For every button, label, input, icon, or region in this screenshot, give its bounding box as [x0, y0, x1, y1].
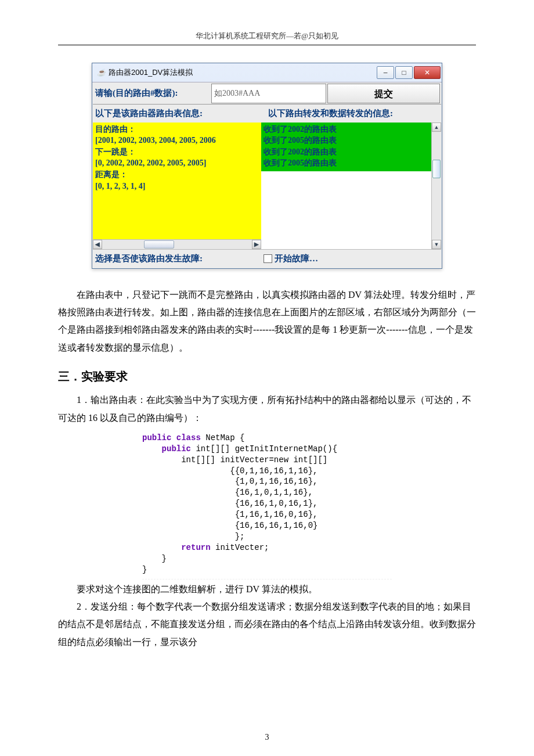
- log-line: 收到了2002的路由表: [264, 146, 430, 158]
- dist-values: [0, 1, 2, 3, 1, 4]: [95, 181, 259, 192]
- route-table-section-label: 以下是该路由器路由表信息:: [93, 105, 266, 123]
- dest-values: [2001, 2002, 2003, 2004, 2005, 2006: [95, 135, 259, 146]
- vertical-scrollbar[interactable]: ▲ ▼: [431, 123, 441, 249]
- forward-log-panel: 收到了2002的路由表 收到了2005的路由表 收到了2002的路由表 收到了2…: [261, 123, 441, 249]
- minimize-button[interactable]: –: [377, 66, 394, 79]
- section-heading: 三．实验要求: [58, 366, 476, 387]
- log-list: 收到了2002的路由表 收到了2005的路由表 收到了2002的路由表 收到了2…: [261, 123, 432, 171]
- log-line: 收到了2005的路由表: [264, 135, 430, 146]
- app-window: ☕ 路由器2001_DV算法模拟 – □ ✕ 请输(目的路由#数据): 如200…: [92, 63, 442, 268]
- log-line: 收到了2002的路由表: [264, 124, 430, 135]
- scroll-left-icon[interactable]: ◀: [93, 240, 102, 249]
- input-label: 请输(目的路由#数据):: [93, 83, 211, 104]
- dist-label: 距离是：: [95, 169, 259, 181]
- scroll-down-icon[interactable]: ▼: [432, 240, 441, 249]
- window-title: 路由器2001_DV算法模拟: [109, 66, 376, 79]
- page-number: 3: [0, 730, 534, 744]
- horizontal-scrollbar[interactable]: ◀ ▶: [93, 239, 261, 249]
- java-icon: ☕: [97, 69, 105, 77]
- fault-checkbox-group[interactable]: 开始故障…: [264, 251, 318, 267]
- destination-input[interactable]: 如2003#AAA: [211, 84, 326, 103]
- window-titlebar: ☕ 路由器2001_DV算法模拟 – □ ✕: [92, 63, 442, 81]
- code-snippet: public class NetMap { public int[][] get…: [142, 433, 392, 579]
- header-divider: [58, 45, 476, 45]
- forward-log-section-label: 以下路由转发和数据转发的信息:: [266, 105, 441, 123]
- paragraph: 要求对这个连接图的二维数组解析，进行 DV 算法的模拟。: [58, 581, 476, 598]
- doc-header: 华北计算机系统工程研究所—若@只如初见: [58, 29, 476, 42]
- dest-label: 目的路由：: [95, 124, 259, 135]
- v-scroll-thumb[interactable]: [432, 160, 441, 178]
- fault-checkbox[interactable]: [264, 254, 272, 263]
- input-row: 请输(目的路由#数据): 如2003#AAA 提交: [93, 83, 441, 105]
- next-values: [0, 2002, 2002, 2002, 2005, 2005]: [95, 157, 259, 169]
- fault-label: 选择是否使该路由发生故障:: [95, 251, 264, 267]
- maximize-button[interactable]: □: [395, 66, 413, 79]
- h-scroll-thumb[interactable]: [144, 240, 174, 249]
- scroll-right-icon[interactable]: ▶: [252, 240, 261, 249]
- next-label: 下一跳是：: [95, 146, 259, 158]
- close-button[interactable]: ✕: [414, 66, 441, 79]
- scroll-up-icon[interactable]: ▲: [432, 123, 441, 132]
- paragraph: 2．发送分组：每个数字代表一个数据分组发送请求；数据分组发送到数字代表的目的地；…: [58, 598, 476, 651]
- fault-checkbox-label: 开始故障…: [275, 251, 318, 267]
- paragraph: 在路由表中，只登记下一跳而不是完整路由，以真实模拟路由器的 DV 算法处理。转发…: [58, 286, 476, 357]
- paragraph: 1．输出路由表：在此实验当中为了实现方便，所有拓扑结构中的路由器都给以显示（可达…: [58, 391, 476, 427]
- route-table-panel: 目的路由： [2001, 2002, 2003, 2004, 2005, 200…: [93, 123, 261, 249]
- submit-button[interactable]: 提交: [327, 84, 440, 103]
- log-line: 收到了2005的路由表: [264, 157, 430, 169]
